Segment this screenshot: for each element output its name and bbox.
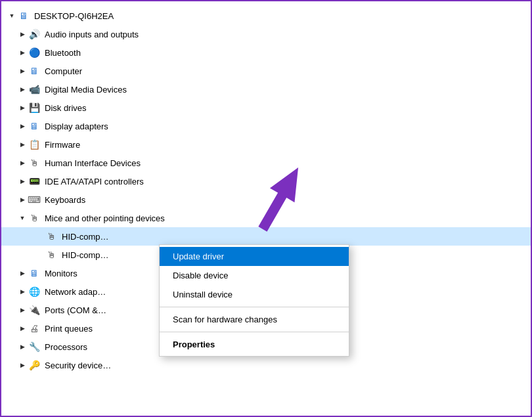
context-menu-update-driver[interactable]: Update driver: [160, 247, 349, 266]
context-menu-properties[interactable]: Properties: [160, 335, 349, 354]
tree-item-hid-comp1[interactable]: 🖱 HID-comp…: [1, 227, 531, 246]
tree-item-computer[interactable]: 🖥 Computer: [1, 62, 531, 80]
tree-item-disk[interactable]: 💾 Disk drives: [1, 99, 531, 117]
hid-comp2-label: HID-comp…: [62, 250, 109, 260]
monitors-chevron: [17, 268, 28, 278]
computer-icon: 🖥: [28, 64, 41, 77]
ide-label: IDE ATA/ATAPI controllers: [45, 177, 144, 187]
mice-icon: 🖱: [28, 211, 41, 225]
keyboards-label: Keyboards: [45, 195, 85, 205]
hid-comp1-icon: 🖱: [45, 230, 58, 243]
print-label: Print queues: [45, 324, 93, 334]
uninstall-device-label: Uninstall device: [173, 290, 233, 299]
ports-label: Ports (COM &…: [45, 305, 106, 315]
digital-icon: 📹: [28, 83, 41, 96]
computer-label: Computer: [45, 66, 82, 76]
scan-hardware-label: Scan for hardware changes: [173, 315, 277, 324]
tree-root[interactable]: 🖥 DESKTOP-QI6H2EA: [1, 7, 531, 25]
ports-icon: 🔌: [28, 303, 41, 317]
tree-item-audio[interactable]: 🔊 Audio inputs and outputs: [1, 25, 531, 43]
network-chevron: [17, 286, 28, 297]
ide-icon: 📟: [28, 175, 41, 188]
security-icon: 🔑: [28, 359, 41, 372]
processors-label: Processors: [45, 342, 87, 352]
device-manager: 🖥 DESKTOP-QI6H2EA 🔊 Audio inputs and out…: [1, 1, 531, 416]
disk-icon: 💾: [28, 101, 41, 114]
display-icon: 🖥: [28, 120, 41, 133]
firmware-label: Firmware: [45, 140, 80, 150]
monitors-icon: 🖥: [28, 267, 41, 280]
tree-item-security[interactable]: 🔑 Security device…: [1, 356, 531, 374]
processors-icon: 🔧: [28, 340, 41, 353]
bluetooth-label: Bluetooth: [45, 48, 81, 58]
disk-chevron: [17, 102, 28, 113]
properties-label: Properties: [173, 340, 215, 349]
audio-label: Audio inputs and outputs: [45, 30, 139, 39]
computer-chevron: [17, 66, 28, 76]
network-label: Network adap…: [45, 287, 106, 297]
tree-item-digital[interactable]: 📹 Digital Media Devices: [1, 80, 531, 99]
hid-label: Human Interface Devices: [45, 158, 141, 168]
processors-chevron: [17, 341, 28, 352]
display-label: Display adapters: [45, 121, 108, 131]
display-chevron: [17, 121, 28, 131]
print-icon: 🖨: [28, 322, 41, 335]
security-chevron: [17, 360, 28, 370]
audio-icon: 🔊: [28, 28, 41, 41]
tree-item-bluetooth[interactable]: 🔵 Bluetooth: [1, 43, 531, 62]
digital-label: Digital Media Devices: [45, 85, 127, 95]
security-label: Security device…: [45, 361, 111, 370]
digital-chevron: [17, 84, 28, 95]
context-menu-disable-device[interactable]: Disable device: [160, 266, 349, 285]
tree-item-ide[interactable]: 📟 IDE ATA/ATAPI controllers: [1, 172, 531, 190]
print-chevron: [17, 323, 28, 334]
mice-label: Mice and other pointing devices: [45, 213, 165, 223]
context-menu: Update driver Disable device Uninstall d…: [159, 244, 349, 357]
tree-item-keyboards[interactable]: ⌨ Keyboards: [1, 190, 531, 209]
update-driver-label: Update driver: [173, 252, 224, 261]
monitors-label: Monitors: [45, 269, 78, 278]
bluetooth-chevron: [17, 47, 28, 58]
keyboards-chevron: [17, 194, 28, 205]
keyboards-icon: ⌨: [28, 193, 41, 206]
ide-chevron: [17, 176, 28, 187]
context-menu-uninstall-device[interactable]: Uninstall device: [160, 285, 349, 304]
mice-chevron: [17, 213, 28, 223]
tree-item-firmware[interactable]: 📋 Firmware: [1, 135, 531, 154]
disable-device-label: Disable device: [173, 271, 229, 280]
tree-item-hid[interactable]: 🖱 Human Interface Devices: [1, 154, 531, 172]
bluetooth-icon: 🔵: [28, 46, 41, 59]
hid-chevron: [17, 158, 28, 168]
hid-comp2-icon: 🖱: [45, 248, 58, 261]
root-icon: 🖥: [17, 9, 30, 22]
firmware-icon: 📋: [28, 138, 41, 151]
context-menu-separator-2: [160, 332, 349, 332]
firmware-chevron: [17, 139, 28, 150]
disk-label: Disk drives: [45, 103, 87, 113]
root-label: DESKTOP-QI6H2EA: [34, 11, 114, 21]
tree-item-display[interactable]: 🖥 Display adapters: [1, 117, 531, 135]
hid-comp1-label: HID-comp…: [62, 232, 109, 242]
context-menu-scan-hardware[interactable]: Scan for hardware changes: [160, 310, 349, 329]
network-icon: 🌐: [28, 285, 41, 298]
tree-item-mice[interactable]: 🖱 Mice and other pointing devices: [1, 209, 531, 227]
root-chevron: [7, 11, 17, 21]
hid-icon: 🖱: [28, 156, 41, 169]
context-menu-separator: [160, 307, 349, 307]
audio-chevron: [17, 29, 28, 39]
ports-chevron: [17, 305, 28, 315]
